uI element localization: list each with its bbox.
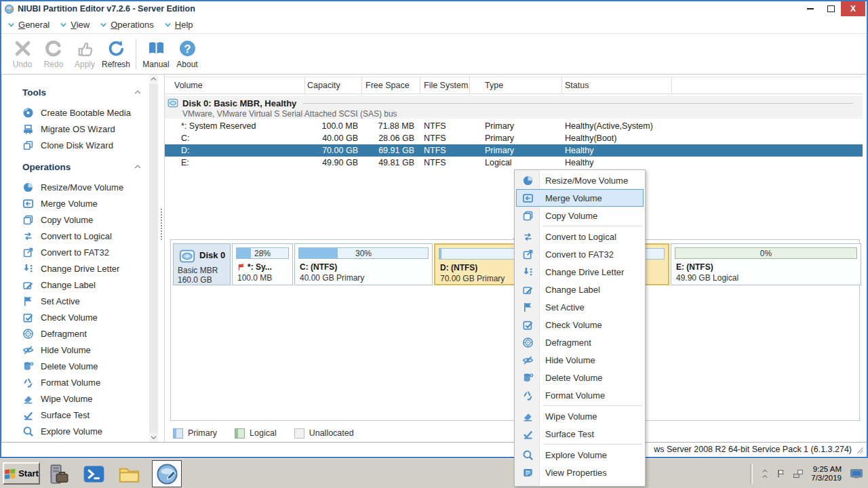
column-header[interactable]: Capacity [305,77,362,94]
sidebar-splitter-handle[interactable] [161,209,162,240]
network-icon[interactable] [793,468,804,479]
context-menu-item[interactable]: Change Drive Letter [516,263,644,281]
context-menu-item[interactable]: Format Volume [516,386,644,404]
sidebar-section-operations[interactable]: Operations [2,157,149,176]
action-center-flag-icon[interactable] [776,468,787,479]
sidebar-operation-item[interactable]: Surface Test [2,407,149,423]
toolbar-button[interactable]: Redo [38,37,69,72]
minimize-button[interactable] [800,1,821,16]
sidebar-operation-item[interactable]: Hide Volume [2,342,149,358]
context-menu: Resize/Move Volume Merge Volume Copy Vol… [514,169,646,487]
app-logo-icon [4,4,14,14]
context-menu-item[interactable]: Convert to FAT32 [516,245,644,263]
disk-group-row[interactable]: Disk 0: Basic MBR, Healthy VMware, VMwar… [165,96,863,120]
context-menu-item[interactable]: Convert to Logical [516,228,644,245]
disk-map-partition[interactable]: 28% *: Sy... 100.0 MB [232,243,293,285]
menu-item[interactable]: General [7,20,50,30]
sidebar-operation-item[interactable]: Resize/Move Volume [2,179,149,195]
context-menu-item[interactable]: Merge Volume [516,189,644,207]
sidebar-operation-item[interactable]: Check Volume [2,309,149,325]
disk-map-partition[interactable]: 0% E: (NTFS) 49.90 GB Logical [671,243,861,285]
operation-icon [22,296,34,307]
context-menu-item[interactable]: Resize/Move Volume [516,171,644,189]
toolbar-button-icon [14,39,32,58]
context-menu-item-icon [517,192,538,204]
toolbar-button[interactable]: Apply [69,37,100,72]
column-header[interactable]: File System [420,77,470,94]
column-header[interactable]: Type [470,77,562,94]
taskbar-powershell-button[interactable] [81,462,106,486]
sidebar-tool-item[interactable]: Create Bootable Media [2,104,149,121]
taskbar-explorer-button[interactable] [117,462,141,486]
volume-row[interactable]: *: System Reserved 100.0 MB 71.88 MB NTF… [165,120,863,132]
context-menu-item[interactable]: Surface Test [516,425,644,443]
system-tray: 9:25 AM 7/3/2019 [750,459,867,488]
maximize-button[interactable] [821,1,841,16]
sidebar-section-tools[interactable]: Tools [2,83,149,102]
resize-grip[interactable] [856,446,865,455]
context-menu-item[interactable]: Wipe Volume [516,407,644,425]
context-menu-item[interactable]: Hide Volume [516,351,644,369]
sidebar-scrollbar[interactable] [149,75,158,443]
taskbar-server-manager-button[interactable] [46,462,71,486]
operation-icon [22,263,34,274]
column-header[interactable]: Free Space [362,77,420,94]
chevron-up-icon[interactable] [133,162,142,171]
context-menu-item[interactable]: Copy Volume [516,207,644,224]
chevron-up-icon[interactable] [133,87,142,97]
toolbar-button[interactable]: ? About [172,37,203,72]
usage-bar: 0% [675,247,857,259]
hidden-icons-button[interactable] [760,468,770,479]
volume-row[interactable]: E: 49.90 GB 49.81 GB NTFS Logical Health… [165,157,863,169]
display-tray-icon[interactable] [849,468,864,480]
sidebar-operation-item[interactable]: Delete Volume [2,358,149,374]
sidebar-operation-item[interactable]: Wipe Volume [2,390,149,407]
volume-row[interactable]: D: 70.00 GB 69.91 GB NTFS Primary Health… [165,144,863,157]
context-menu-item[interactable]: Change Label [516,281,644,298]
sidebar-operation-item[interactable]: Convert to Logical [2,228,149,244]
menu-item[interactable]: Help [163,20,193,30]
context-menu-item-icon [517,210,538,222]
context-menu-item-icon [517,175,538,186]
disk-map-disk[interactable]: Disk 0 Basic MBR 160.0 GB [173,243,231,285]
disk-map-partition[interactable]: 30% C: (NTFS) 40.00 GB Primary [294,243,433,285]
toolbar-button[interactable]: Refresh [100,37,132,72]
toolbar-button[interactable]: Undo [7,37,38,72]
sidebar-operation-item[interactable]: Change Drive Letter [2,260,149,277]
sidebar-operation-item[interactable]: Defragment [2,325,149,342]
context-menu-item[interactable]: View Properties [516,464,644,481]
context-menu-item[interactable]: Delete Volume [516,369,644,386]
sidebar-operation-item[interactable]: Explore Volume [2,423,149,439]
scroll-up-icon[interactable] [149,75,158,84]
os-version-text: ws Server 2008 R2 64-bit Service Pack 1 … [654,445,852,454]
context-menu-item[interactable]: Check Volume [516,316,644,333]
toolbar-button[interactable]: Manual [140,37,172,72]
context-menu-item-icon [517,390,538,401]
table-header: Volume Capacity Free Space File System T… [165,77,863,94]
sidebar-operation-item[interactable]: Format Volume [2,374,149,390]
toolbar-button-icon [45,39,63,58]
context-menu-item[interactable]: Explore Volume [516,446,644,464]
usage-bar: 30% [298,247,429,259]
taskbar-niubi-button[interactable] [152,460,182,487]
menu-item[interactable]: Operations [99,20,154,30]
menu-item[interactable]: View [59,20,90,30]
sidebar-operation-item[interactable]: Copy Volume [2,211,149,228]
sidebar-operation-item[interactable]: Change Label [2,277,149,293]
sidebar-operation-item[interactable]: Convert to FAT32 [2,244,149,260]
sidebar-operation-item[interactable]: Set Active [2,293,149,309]
start-button[interactable]: Start [3,462,40,485]
operation-icon [22,312,34,323]
desktop: NIUBI Partition Editor v7.2.6 - Server E… [0,0,868,488]
volume-row[interactable]: C: 40.00 GB 28.06 GB NTFS Primary Health… [165,132,863,144]
column-header[interactable]: Volume [165,77,305,94]
sidebar-tool-item[interactable]: Migrate OS Wizard [2,121,149,137]
taskbar-clock[interactable]: 9:25 AM 7/3/2019 [811,465,842,483]
context-menu-item[interactable]: Set Active [516,298,644,316]
close-button[interactable]: X [841,1,865,16]
sidebar-tool-item[interactable]: Clone Disk Wizard [2,137,149,153]
column-header[interactable]: Status [562,77,672,94]
sidebar-operation-item[interactable]: Merge Volume [2,195,149,211]
scroll-down-icon[interactable] [149,433,158,443]
context-menu-item[interactable]: Defragment [516,333,644,351]
